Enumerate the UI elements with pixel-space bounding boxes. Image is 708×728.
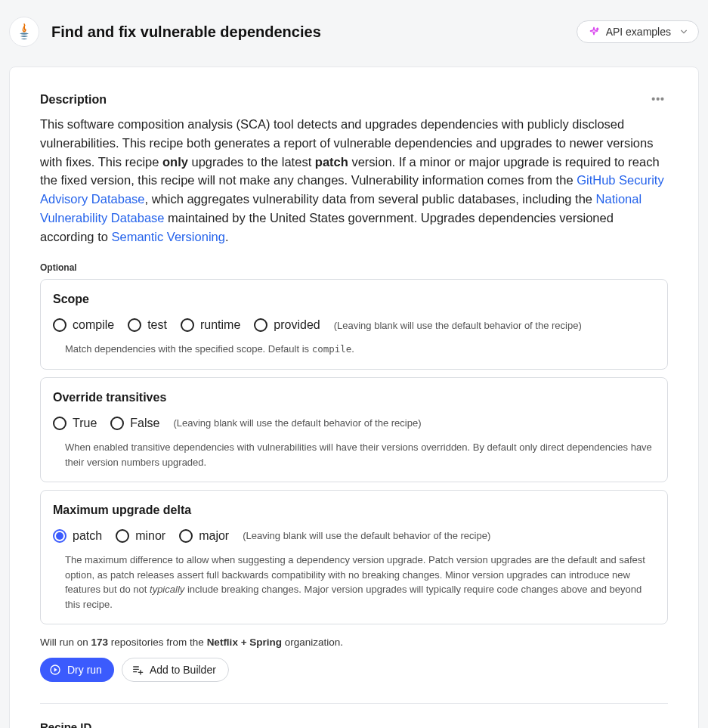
- maxdelta-title: Maximum upgrade delta: [53, 501, 655, 519]
- scope-radio-compile[interactable]: compile: [53, 316, 114, 334]
- maxdelta-card: Maximum upgrade delta patch minor major …: [40, 490, 668, 624]
- override-radio-false[interactable]: False: [110, 414, 159, 432]
- dry-run-label: Dry run: [67, 664, 102, 676]
- page-header: Find and fix vulnerable dependencies API…: [9, 9, 699, 53]
- optional-section-label: Optional: [40, 261, 668, 274]
- main-panel: Description ••• This software compositio…: [9, 67, 699, 728]
- radio-icon: [179, 529, 193, 543]
- radio-icon: [128, 318, 141, 332]
- override-radio-true[interactable]: True: [53, 414, 97, 432]
- header-left: Find and fix vulnerable dependencies: [9, 17, 321, 47]
- maxdelta-radio-patch[interactable]: patch: [53, 527, 102, 545]
- radio-icon: [181, 318, 194, 332]
- play-circle-icon: [49, 664, 61, 676]
- scope-radio-runtime[interactable]: runtime: [181, 316, 240, 334]
- java-logo-icon: [9, 17, 39, 47]
- add-to-builder-button[interactable]: Add to Builder: [122, 658, 229, 682]
- description-body: This software composition analysis (SCA)…: [40, 115, 668, 246]
- radio-icon: [53, 417, 66, 430]
- maxdelta-help: The maximum difference to allow when sug…: [53, 553, 655, 612]
- list-add-icon: [131, 664, 144, 676]
- override-title: Override transitives: [53, 389, 655, 407]
- add-to-builder-label: Add to Builder: [150, 664, 216, 676]
- scope-title: Scope: [53, 290, 655, 308]
- more-menu-button[interactable]: •••: [648, 88, 668, 110]
- api-examples-label: API examples: [606, 26, 671, 38]
- scope-blank-hint: (Leaving blank will use the default beha…: [334, 318, 582, 333]
- override-card: Override transitives True False (Leaving…: [40, 377, 668, 482]
- scope-radio-provided[interactable]: provided: [254, 316, 320, 334]
- description-heading: Description: [40, 91, 107, 109]
- action-row: Dry run Add to Builder: [40, 658, 668, 682]
- radio-icon: [116, 529, 129, 543]
- chevron-down-icon: [680, 28, 688, 36]
- radio-icon-selected: [53, 529, 66, 543]
- maxdelta-radio-minor[interactable]: minor: [116, 527, 165, 545]
- radio-icon: [254, 318, 267, 332]
- recipe-id-label: Recipe ID: [40, 719, 668, 728]
- divider: [40, 703, 668, 704]
- radio-icon: [110, 417, 124, 430]
- maxdelta-radio-major[interactable]: major: [179, 527, 229, 545]
- dry-run-button[interactable]: Dry run: [40, 658, 114, 682]
- radio-icon: [53, 318, 66, 332]
- sparkle-icon: [588, 26, 600, 38]
- override-blank-hint: (Leaving blank will use the default beha…: [173, 416, 421, 431]
- api-examples-button[interactable]: API examples: [577, 20, 699, 43]
- maxdelta-blank-hint: (Leaving blank will use the default beha…: [243, 528, 490, 544]
- page-title: Find and fix vulnerable dependencies: [51, 20, 321, 43]
- semver-link[interactable]: Semantic Versioning: [111, 230, 224, 243]
- run-info: Will run on 173 repositories from the Ne…: [40, 635, 668, 650]
- scope-card: Scope compile test runtime provided: [40, 279, 668, 370]
- scope-help: Match dependencies with the specified sc…: [53, 342, 655, 357]
- scope-radio-test[interactable]: test: [128, 316, 167, 334]
- override-help: When enabled transitive dependencies wit…: [53, 440, 655, 469]
